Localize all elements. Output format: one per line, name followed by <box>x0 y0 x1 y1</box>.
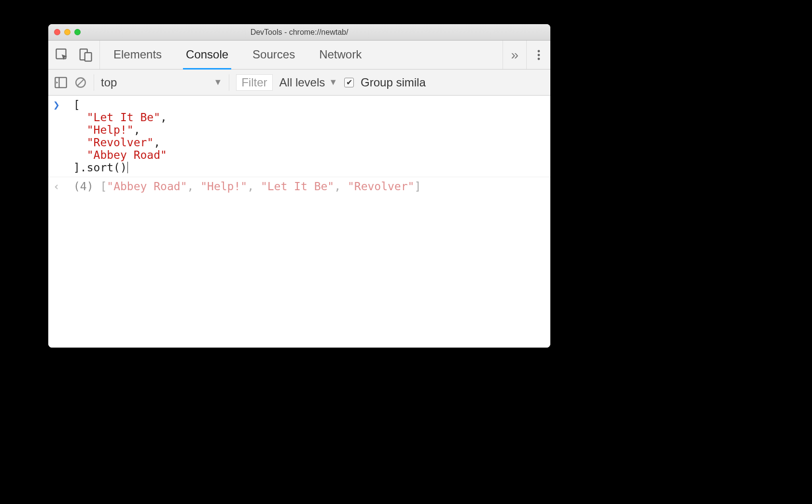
svg-rect-2 <box>85 53 92 61</box>
devtools-tabbar: Elements Console Sources Network » <box>48 41 550 70</box>
devtools-menu-button[interactable] <box>526 41 550 69</box>
svg-point-3 <box>537 50 540 52</box>
tab-elements[interactable]: Elements <box>111 41 165 70</box>
prompt-icon: ❯ <box>53 98 73 174</box>
toggle-console-sidebar-icon[interactable] <box>54 76 68 89</box>
tab-network[interactable]: Network <box>316 41 364 70</box>
log-levels-select[interactable]: All levels ▼ <box>280 76 338 89</box>
console-input-code[interactable]: [ "Let It Be", "Help!", "Revolver", "Abb… <box>73 98 167 174</box>
output-icon: ‹ <box>53 180 73 193</box>
log-levels-label: All levels <box>280 76 325 89</box>
group-similar-label: Group simila <box>361 76 426 89</box>
window-controls <box>54 29 81 35</box>
console-messages[interactable]: ❯ [ "Let It Be", "Help!", "Revolver", "A… <box>48 96 550 348</box>
titlebar: DevTools - chrome://newtab/ <box>48 24 550 41</box>
string-literal: "Let It Be" <box>87 111 160 124</box>
console-filter-input[interactable]: Filter <box>236 74 272 91</box>
console-input-row[interactable]: ❯ [ "Let It Be", "Help!", "Revolver", "A… <box>48 96 550 177</box>
console-eager-eval-row: ‹ (4) ["Abbey Road", "Help!", "Let It Be… <box>48 177 550 196</box>
clear-console-icon[interactable] <box>74 76 87 89</box>
zoom-window-button[interactable] <box>74 29 81 35</box>
group-similar-checkbox[interactable]: ✔ <box>344 78 354 87</box>
execution-context-label: top <box>101 76 117 89</box>
tabs-overflow-button[interactable]: » <box>503 41 526 69</box>
svg-point-5 <box>537 57 540 60</box>
minimize-window-button[interactable] <box>64 29 70 35</box>
dropdown-triangle-icon: ▼ <box>213 77 222 87</box>
svg-point-4 <box>537 54 540 56</box>
close-window-button[interactable] <box>54 29 60 35</box>
devtools-window: DevTools - chrome://newtab/ Elements Con… <box>48 24 550 348</box>
console-eager-eval-value: (4) ["Abbey Road", "Help!", "Let It Be",… <box>73 180 421 193</box>
string-literal: "Abbey Road" <box>87 149 167 161</box>
inspect-element-icon[interactable] <box>55 48 70 62</box>
toggle-device-toolbar-icon[interactable] <box>78 48 93 62</box>
tab-console[interactable]: Console <box>183 41 231 70</box>
tab-sources[interactable]: Sources <box>250 41 298 70</box>
window-title: DevTools - chrome://newtab/ <box>48 28 550 37</box>
svg-line-9 <box>78 79 84 85</box>
dropdown-triangle-icon: ▼ <box>329 77 337 87</box>
execution-context-select[interactable]: top ▼ <box>101 76 222 89</box>
string-literal: "Revolver" <box>87 136 154 149</box>
console-toolbar: top ▼ Filter All levels ▼ ✔ Group simila <box>48 70 550 96</box>
string-literal: "Help!" <box>87 124 134 136</box>
text-cursor <box>127 162 128 173</box>
